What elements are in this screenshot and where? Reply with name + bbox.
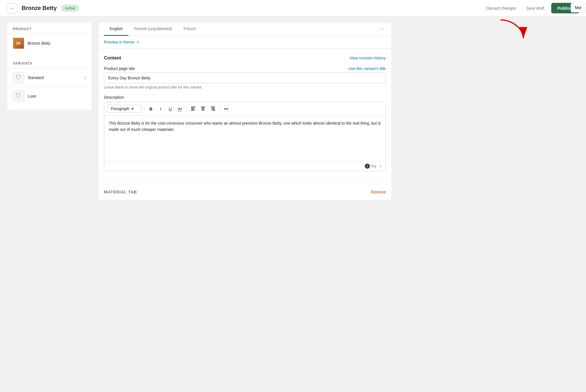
more-formatting-button[interactable]: ••• bbox=[222, 104, 230, 113]
variant-standard-thumbnail: ⛉ bbox=[13, 72, 24, 83]
content-section-title: Content bbox=[104, 55, 121, 61]
content-section-header: Content View revision history bbox=[104, 55, 386, 61]
material-tab-section: MATERIAL TAB Remove bbox=[98, 184, 392, 200]
back-button[interactable]: ← bbox=[7, 3, 17, 13]
editor-footer: t tiny ⤡ bbox=[104, 161, 386, 171]
status-badge: Active bbox=[61, 5, 79, 11]
editor-content[interactable]: This Bronze Betty is for the cost-consci… bbox=[104, 115, 386, 161]
italic-icon: I bbox=[160, 106, 161, 111]
image-placeholder-icon: ⛉ bbox=[16, 93, 21, 100]
product-thumbnail: BB bbox=[13, 38, 24, 49]
description-text: This Bronze Betty is for the cost-consci… bbox=[109, 121, 381, 132]
top-bar-actions: Discard changes Save draft Publish bbox=[483, 3, 579, 13]
description-label: Description bbox=[104, 95, 386, 100]
content-section: Content View revision history Product pa… bbox=[98, 49, 392, 184]
field-header: Product page title Use this variant's ti… bbox=[104, 66, 386, 71]
discard-changes-button[interactable]: Discard changes bbox=[483, 4, 519, 13]
remove-material-link[interactable]: Remove bbox=[371, 190, 386, 194]
paragraph-label: Paragraph bbox=[111, 106, 129, 111]
preview-link-label: Preview in theme bbox=[104, 40, 134, 44]
save-draft-button[interactable]: Save draft bbox=[523, 4, 548, 13]
product-image: BB bbox=[13, 38, 24, 49]
editor-resize-handle[interactable]: ⤡ bbox=[379, 164, 382, 168]
text-color-chevron: ▾ bbox=[181, 107, 182, 110]
underline-icon: U bbox=[169, 106, 172, 111]
align-right-button[interactable] bbox=[208, 104, 217, 113]
align-right-icon bbox=[210, 107, 215, 111]
product-section: PRODUCT BB Bronze Betty bbox=[7, 22, 92, 57]
sidebar-item-bronze-betty[interactable]: BB Bronze Betty bbox=[7, 34, 92, 52]
paragraph-style-select[interactable]: Paragraph ▾ bbox=[108, 105, 142, 113]
material-tab-title: MATERIAL TAB bbox=[104, 190, 137, 194]
variant-luxe-name: Luxe bbox=[28, 94, 86, 98]
align-center-button[interactable] bbox=[199, 104, 207, 113]
variant-luxe-thumbnail: ⛉ bbox=[13, 90, 24, 102]
product-section-title: PRODUCT bbox=[7, 27, 92, 34]
preview-link-bar: Preview in theme ↗ bbox=[98, 36, 392, 49]
variants-section-title: VARIANTS bbox=[7, 61, 92, 68]
italic-button[interactable]: I bbox=[156, 104, 165, 113]
bold-icon: B bbox=[149, 106, 153, 111]
align-left-button[interactable] bbox=[189, 104, 198, 113]
view-revision-history-link[interactable]: View revision history bbox=[350, 56, 386, 60]
more-formatting-icon: ••• bbox=[224, 106, 228, 111]
tinymce-logo: t tiny bbox=[365, 164, 376, 169]
tiny-icon: t bbox=[365, 164, 370, 169]
tiny-label: tiny bbox=[371, 164, 376, 168]
back-icon: ← bbox=[10, 6, 14, 11]
tabs-bar: English Finnish (unpublished) French ··· bbox=[98, 22, 392, 36]
underline-button[interactable]: U bbox=[166, 104, 175, 113]
align-left-icon bbox=[191, 107, 196, 111]
use-variant-title-link[interactable]: Use this variant's title bbox=[348, 66, 386, 71]
tab-french[interactable]: French bbox=[178, 22, 202, 36]
toolbar-separator-3 bbox=[219, 105, 220, 112]
top-bar: ← Bronze Betty Active Discard changes Sa… bbox=[0, 0, 586, 16]
preview-in-theme-link[interactable]: Preview in theme ↗ bbox=[104, 40, 386, 44]
text-color-icon: A bbox=[178, 106, 181, 111]
product-page-title-field: Product page title Use this variant's ti… bbox=[104, 66, 386, 89]
sidebar-item-luxe[interactable]: ⛉ Luxe bbox=[7, 87, 92, 105]
tab-finnish[interactable]: Finnish (unpublished) bbox=[128, 22, 178, 36]
product-name: Bronze Betty bbox=[28, 41, 86, 46]
align-center-icon bbox=[201, 107, 205, 111]
more-button[interactable]: Mor bbox=[571, 3, 586, 13]
tab-english[interactable]: English bbox=[104, 22, 128, 36]
toolbar-separator-1 bbox=[144, 105, 144, 112]
sidebar-item-standard[interactable]: ⛉ Standard › bbox=[7, 68, 92, 87]
tabs-more-button[interactable]: ··· bbox=[377, 23, 386, 35]
chevron-right-icon: › bbox=[85, 75, 86, 80]
main-layout: PRODUCT BB Bronze Betty VARIANTS ⛉ Stand… bbox=[0, 16, 399, 206]
sidebar: PRODUCT BB Bronze Betty VARIANTS ⛉ Stand… bbox=[7, 22, 92, 110]
external-link-icon: ↗ bbox=[136, 40, 139, 44]
editor-toolbar: Paragraph ▾ B I U bbox=[104, 102, 386, 115]
text-color-button[interactable]: A ▾ bbox=[176, 104, 184, 113]
variants-section: VARIANTS ⛉ Standard › ⛉ Luxe bbox=[7, 57, 92, 110]
chevron-down-icon: ▾ bbox=[132, 106, 134, 111]
image-placeholder-icon: ⛉ bbox=[16, 75, 21, 81]
content-panel: English Finnish (unpublished) French ···… bbox=[98, 22, 392, 200]
description-editor[interactable]: Paragraph ▾ B I U bbox=[104, 102, 386, 171]
bold-button[interactable]: B bbox=[147, 104, 155, 113]
product-page-title-input[interactable] bbox=[104, 73, 386, 83]
variant-standard-name: Standard bbox=[28, 75, 81, 80]
product-page-title-hint: Leave blank to show the original product… bbox=[104, 85, 386, 89]
page-title: Bronze Betty bbox=[22, 5, 57, 11]
toolbar-separator-2 bbox=[187, 105, 187, 112]
description-field: Description Paragraph ▾ B I bbox=[104, 95, 386, 171]
product-page-title-label: Product page title bbox=[104, 66, 135, 71]
